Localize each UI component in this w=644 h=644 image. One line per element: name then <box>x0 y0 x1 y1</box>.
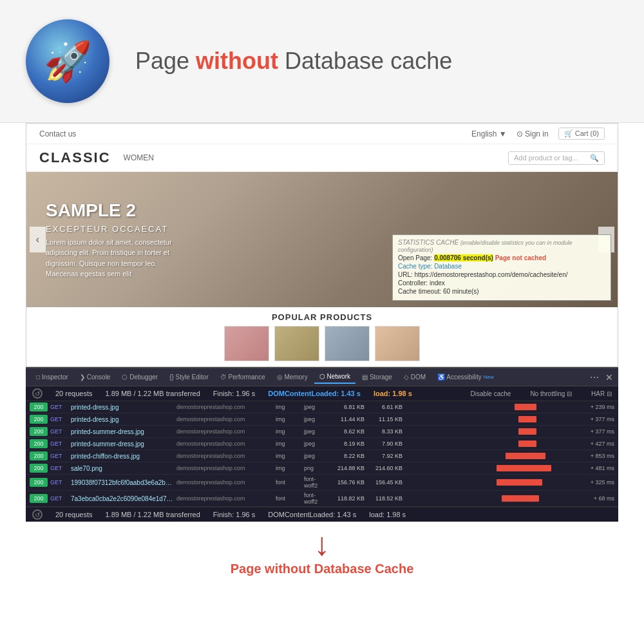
language-selector[interactable]: English ▼ <box>471 129 507 138</box>
filename: printed-dress.jpg <box>71 404 174 411</box>
network-table: 200 GET printed-dress.jpg demostoreprest… <box>26 401 618 507</box>
product-row <box>32 326 612 361</box>
network-row-4[interactable]: 200 GET printed-summer-dress.jpg demosto… <box>26 438 618 450</box>
without-word: without <box>196 48 278 74</box>
hero-content: SAMPLE 2 EXCEPTEUR OCCAECAT Lorem ipsum … <box>26 187 207 292</box>
transfer-size: 1.89 MB / 1.22 MB transferred <box>105 390 200 397</box>
tab-style-editor[interactable]: {} Style Editor <box>164 371 214 383</box>
requests-count: 20 requests <box>55 390 92 397</box>
signin-link[interactable]: ⊙ Sign in <box>516 129 549 138</box>
bottom-dom: DOMContentLoaded: 1.43 s <box>268 511 356 518</box>
stats-cache-type: Cache type: Database <box>398 263 605 270</box>
devtools-options[interactable]: ⋯ <box>590 372 599 383</box>
tab-accessibility[interactable]: ♿ Accessibility New <box>432 371 499 383</box>
product-thumb-4[interactable] <box>375 326 420 361</box>
network-row-8[interactable]: 200 GET 7a3ebca0cba2e2c6090e084e1d77e0f4… <box>26 491 618 507</box>
network-row-2[interactable]: 200 GET printed-dress.jpg demostoreprest… <box>26 413 618 426</box>
refresh-icon[interactable]: ↺ <box>32 388 43 399</box>
throttling[interactable]: No throttling ⊟ <box>530 390 572 397</box>
tab-performance[interactable]: ⏱ Performance <box>215 371 270 383</box>
domain: demostoreprestashop.com <box>176 404 273 410</box>
finish-time: Finish: 1.96 s <box>213 390 255 397</box>
transferred: 6.61 KB <box>367 404 402 410</box>
devtools-tabs: □ Inspector ❯ Console ⬡ Debugger {} Styl… <box>26 368 618 386</box>
contact-link[interactable]: Contact us <box>39 129 76 138</box>
caption-section: ↓ Page without Database Cache <box>0 522 644 580</box>
hero-subtitle: EXCEPTEUR OCCAECAT <box>46 224 187 234</box>
stats-overlay: STATISTICS CACHE (enable/disable statist… <box>392 234 611 301</box>
devtools-panel: □ Inspector ❯ Console ⬡ Debugger {} Styl… <box>26 367 618 522</box>
stats-title: STATISTICS CACHE (enable/disable statist… <box>398 239 605 253</box>
cart-button[interactable]: 🛒 Cart (0) <box>558 128 605 140</box>
bottom-stats-bar: ↺ 20 requests 1.89 MB / 1.22 MB transfer… <box>26 507 618 522</box>
mime: jpeg <box>304 404 327 410</box>
tab-memory[interactable]: ◎ Memory <box>272 371 313 383</box>
stats-url: URL: https://demostoreprestashop.com/dem… <box>398 271 605 278</box>
hero-desc: Lorem ipsum dolor sit amet, consectetur … <box>46 237 187 279</box>
load-time: load: 1.98 s <box>374 390 412 397</box>
rocket-logo: 🚀 <box>26 19 109 103</box>
timeline <box>405 402 588 412</box>
method: GET <box>50 404 68 410</box>
bottom-refresh-icon[interactable]: ↺ <box>32 509 43 520</box>
popular-section: POPULAR PRODUCTS <box>26 307 618 366</box>
network-row-6[interactable]: 200 GET sale70.png demostoreprestashop.c… <box>26 462 618 475</box>
hero-prev-button[interactable]: ‹ <box>30 227 46 252</box>
devtools-close[interactable]: ✕ <box>605 372 613 383</box>
browser-mockup: Contact us English ▼ ⊙ Sign in 🛒 Cart (0… <box>26 123 618 367</box>
page-title: Page without Database cache <box>135 48 452 75</box>
bottom-requests: 20 requests <box>55 511 92 518</box>
har-export[interactable]: HAR ⊟ <box>591 390 612 397</box>
store-topbar: Contact us English ▼ ⊙ Sign in 🛒 Cart (0… <box>26 124 618 144</box>
network-stats-bar: ↺ 20 requests 1.89 MB / 1.22 MB transfer… <box>26 386 618 401</box>
top-section: 🚀 Page without Database cache <box>0 0 644 123</box>
store-navbar: CLASSIC WOMEN Add product or tag... 🔍 <box>26 144 618 172</box>
bottom-load: load: 1.98 s <box>369 511 406 518</box>
down-arrow: ↓ <box>314 528 330 560</box>
hero-title: SAMPLE 2 <box>46 200 187 221</box>
disable-cache[interactable]: Disable cache <box>471 390 511 397</box>
size: 6.81 KB <box>329 404 365 410</box>
type: img <box>276 404 301 410</box>
bottom-finish: Finish: 1.96 s <box>213 511 255 518</box>
search-box[interactable]: Add product or tag... 🔍 <box>508 151 605 165</box>
caption-text: Page without Database Cache <box>231 562 414 576</box>
stats-controller: Controller: index <box>398 279 605 287</box>
store-nav-links: WOMEN <box>124 153 154 162</box>
product-thumb-3[interactable] <box>325 326 370 361</box>
dom-loaded: DOMContentLoaded: 1.43 s <box>268 390 361 397</box>
hero-banner: ‹ SAMPLE 2 EXCEPTEUR OCCAECAT Lorem ipsu… <box>26 172 618 307</box>
stats-open-page: Open Page: 0.008706 second(s) Page not c… <box>398 254 605 261</box>
product-thumb-1[interactable] <box>224 326 269 361</box>
tab-inspector[interactable]: □ Inspector <box>31 371 73 383</box>
tab-dom[interactable]: ◇ DOM <box>399 371 431 383</box>
bottom-size: 1.89 MB / 1.22 MB transferred <box>105 511 200 518</box>
network-row-5[interactable]: 200 GET printed-chiffon-dress.jpg demost… <box>26 450 618 462</box>
tab-network[interactable]: ⬡ Network <box>314 370 355 384</box>
tab-debugger[interactable]: ⬡ Debugger <box>117 371 163 383</box>
stats-timeout: Cache timeout: 60 minute(s) <box>398 288 605 295</box>
store-brand: CLASSIC <box>39 149 111 166</box>
nav-women[interactable]: WOMEN <box>124 153 154 162</box>
product-thumb-2[interactable] <box>274 326 319 361</box>
network-row-7[interactable]: 200 GET 199038f07312bfc6f0aabd3e6a2b64d.… <box>26 475 618 491</box>
search-placeholder: Add product or tag... <box>514 154 578 162</box>
status-200: 200 <box>30 415 48 424</box>
tab-storage[interactable]: ▤ Storage <box>357 371 397 383</box>
tab-console[interactable]: ❯ Console <box>75 371 115 383</box>
network-row-1[interactable]: 200 GET printed-dress.jpg demostoreprest… <box>26 401 618 413</box>
network-row-3[interactable]: 200 GET printed-summer-dress.jpg demosto… <box>26 426 618 438</box>
popular-products-title: POPULAR PRODUCTS <box>32 312 612 322</box>
search-icon: 🔍 <box>590 154 599 162</box>
status-200: 200 <box>30 402 48 412</box>
topbar-right: English ▼ ⊙ Sign in 🛒 Cart (0) <box>471 128 605 140</box>
